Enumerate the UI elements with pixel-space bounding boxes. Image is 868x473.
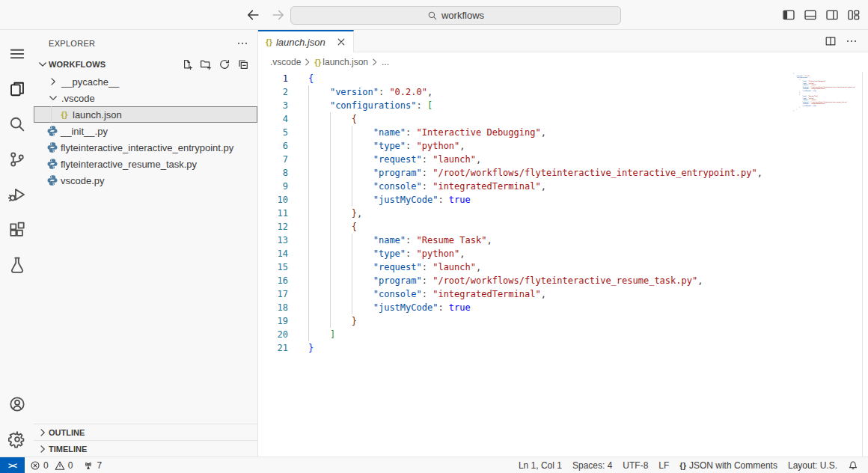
testing-icon [8, 256, 26, 274]
tree-item-__init__.py[interactable]: __init__.py [34, 123, 257, 139]
code-line-17[interactable]: 17 "console": "integratedTerminal", [258, 287, 868, 301]
back-icon[interactable] [245, 7, 260, 22]
python-file-icon [46, 141, 58, 153]
new-folder-icon[interactable] [200, 58, 212, 70]
activity-bar-settings[interactable] [0, 421, 34, 457]
code-line-4[interactable]: 4 { [258, 112, 868, 126]
remote-indicator[interactable]: >< [0, 457, 25, 473]
sidebar-bottom-sections: OUTLINE TIMELINE [34, 424, 257, 457]
encoding-status[interactable]: UTF-8 [617, 460, 653, 471]
code-line-18[interactable]: 18 "justMyCode": true [258, 301, 868, 314]
line-number: 17 [258, 287, 288, 301]
line-number: 20 [258, 328, 288, 341]
activity-bar-source-control[interactable] [0, 141, 34, 177]
code-line-9[interactable]: 9 "console": "integratedTerminal", [258, 180, 868, 193]
timeline-section-header[interactable]: TIMELINE [34, 440, 257, 457]
minimap[interactable]: { "version": "0.2.0", "configurations": … [792, 73, 861, 112]
layout-sidebar-left-icon[interactable] [782, 8, 795, 22]
line-number: 18 [258, 301, 288, 314]
activity-bar-search[interactable] [0, 106, 34, 141]
layout-panel-bottom-icon[interactable] [804, 8, 817, 22]
activity-bar-testing[interactable] [0, 247, 34, 282]
activity-bar-run-debug[interactable] [0, 177, 34, 212]
chevron-right-icon [47, 76, 59, 88]
line-number: 11 [258, 207, 288, 220]
tree-item-launch.json[interactable]: {}launch.json [34, 106, 257, 123]
tree-item-__pycache__[interactable]: __pycache__ [34, 73, 257, 90]
code-line-12[interactable]: 12 { [258, 220, 868, 234]
cursor-position[interactable]: Ln 1, Col 1 [513, 460, 567, 471]
code-line-2[interactable]: 2 "version": "0.2.0", [258, 85, 868, 99]
code-line-13[interactable]: 13 "name": "Resume Task", [258, 234, 868, 247]
run-debug-icon [8, 186, 26, 204]
tab-bar: {} launch.json [258, 30, 868, 52]
breadcrumb-folder[interactable]: .vscode [270, 57, 301, 67]
breadcrumb-file[interactable]: launch.json [323, 57, 368, 67]
code-line-5[interactable]: 5 "name": "Interactive Debugging", [258, 126, 868, 139]
code-line-10[interactable]: 10 "justMyCode": true [258, 193, 868, 207]
ports-status[interactable]: 7 [78, 457, 107, 473]
new-file-icon[interactable] [181, 58, 193, 70]
json-file-icon: {} [314, 58, 321, 67]
eol-status[interactable]: LF [653, 460, 674, 471]
line-number: 1 [258, 72, 288, 85]
code-line-14[interactable]: 14 "type": "python", [258, 247, 868, 260]
problems-status[interactable]: 0 0 [25, 457, 78, 473]
code-line-7[interactable]: 7 "request": "launch", [258, 153, 868, 166]
activity-bar-explorer[interactable] [0, 71, 34, 106]
code-line-6[interactable]: 6 "type": "python", [258, 139, 868, 153]
code-line-21: } [792, 110, 861, 112]
chevron-right-icon [302, 57, 313, 67]
refresh-icon[interactable] [218, 58, 230, 70]
line-number: 4 [258, 112, 288, 126]
indentation-status[interactable]: Spaces: 4 [567, 460, 617, 471]
activity-bar-menu[interactable] [0, 36, 34, 71]
line-number: 14 [258, 247, 288, 260]
tree-item-flyteinteractive_interactive_entrypoint.py[interactable]: flyteinteractive_interactive_entrypoint.… [34, 139, 257, 156]
split-editor-icon[interactable] [825, 35, 837, 47]
activity-bar-account[interactable] [0, 386, 34, 421]
more-actions-icon[interactable] [846, 35, 858, 47]
code-line-11[interactable]: 11 }, [258, 207, 868, 220]
layout-customize-icon[interactable] [847, 8, 861, 22]
forward-icon[interactable] [271, 7, 286, 22]
code-line-20[interactable]: 20 ] [258, 328, 868, 341]
activity-bar-extensions[interactable] [0, 212, 34, 247]
line-number: 3 [258, 99, 288, 112]
editor-actions [825, 30, 868, 52]
chevron-down-icon [47, 92, 59, 104]
code-line-15[interactable]: 15 "request": "launch", [258, 260, 868, 274]
language-mode[interactable]: {} JSON with Comments [674, 460, 783, 471]
line-number: 19 [258, 314, 288, 328]
line-number: 13 [258, 234, 288, 247]
command-center-search[interactable]: workflows [290, 6, 621, 25]
search-icon [427, 10, 438, 21]
layout-status[interactable]: Layout: U.S. [783, 460, 843, 471]
title-bar: workflows [0, 0, 868, 30]
file-tree: __pycache__.vscode{}launch.json__init__.… [34, 73, 257, 424]
code-line-3[interactable]: 3 "configurations": [ [258, 99, 868, 112]
layout-sidebar-right-icon[interactable] [825, 8, 839, 22]
explorer-more-actions-icon[interactable] [236, 37, 248, 49]
notifications-bell[interactable] [843, 460, 864, 471]
breadcrumb-symbol[interactable]: ... [382, 57, 389, 67]
code-line-8[interactable]: 8 "program": "/root/workflows/flyteinter… [258, 166, 868, 180]
json-file-icon: {} [266, 37, 272, 46]
code-line-1[interactable]: 1{ [258, 72, 868, 85]
code-line-16[interactable]: 16 "program": "/root/workflows/flyteinte… [258, 274, 868, 287]
code-editor[interactable]: 1{2 "version": "0.2.0",3 "configurations… [258, 72, 868, 457]
code-line-19[interactable]: 19 } [258, 314, 868, 328]
tree-item-vscode.py[interactable]: vscode.py [34, 172, 257, 189]
collapse-all-icon[interactable] [237, 58, 249, 70]
tree-item-.vscode[interactable]: .vscode [34, 90, 257, 106]
outline-section-header[interactable]: OUTLINE [34, 424, 257, 440]
warning-count: 0 [68, 460, 73, 471]
tab-label: launch.json [276, 37, 326, 48]
tree-item-flyteinteractive_resume_task.py[interactable]: flyteinteractive_resume_task.py [34, 156, 257, 172]
tab-launch-json[interactable]: {} launch.json [258, 30, 354, 52]
code-line-21[interactable]: 21} [258, 341, 868, 355]
workflows-section-header[interactable]: WORKFLOWS [34, 56, 257, 73]
explorer-sidebar: EXPLORER WORKFLOWS __pycache__.vscode{}l… [34, 30, 258, 457]
explorer-icon [8, 80, 26, 98]
close-tab-icon[interactable] [335, 36, 347, 48]
